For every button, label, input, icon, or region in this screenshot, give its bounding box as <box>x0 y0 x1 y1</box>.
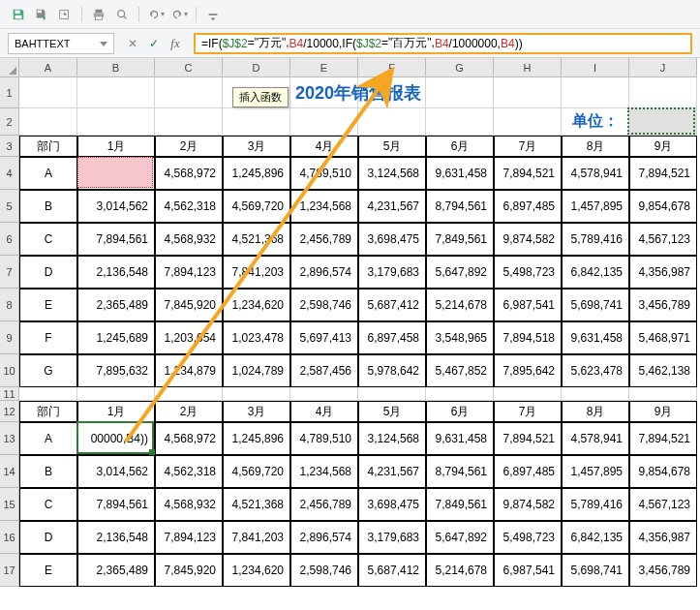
cell-J10[interactable]: 5,462,138 <box>629 354 697 387</box>
cell-E4[interactable]: 4,789,510 <box>290 157 358 190</box>
cell-E11[interactable] <box>290 387 358 401</box>
cell-J17[interactable]: 3,456,789 <box>629 554 697 587</box>
cell-F7[interactable]: 3,179,683 <box>358 256 426 289</box>
cell-G9[interactable]: 3,548,965 <box>426 321 494 354</box>
cell-H8[interactable]: 6,987,541 <box>494 289 562 321</box>
cell-E15[interactable]: 2,456,789 <box>290 488 358 521</box>
cell-D11[interactable] <box>223 387 290 401</box>
fx-icon[interactable]: fx <box>168 37 182 50</box>
save-icon[interactable] <box>10 6 27 23</box>
cell-C11[interactable] <box>155 387 223 401</box>
cell-H6[interactable]: 9,874,582 <box>494 223 562 256</box>
row-header-10[interactable]: 10 <box>0 354 19 387</box>
cell-C10[interactable]: 1,234,879 <box>155 354 223 387</box>
cell-I14[interactable]: 1,457,895 <box>562 455 629 488</box>
cell-F8[interactable]: 5,687,412 <box>358 289 426 321</box>
cell-A15[interactable]: C <box>19 488 77 521</box>
cell-D4[interactable]: 1,245,896 <box>223 157 290 190</box>
row-header-12[interactable]: 12 <box>0 401 19 422</box>
cell-H9[interactable]: 7,894,518 <box>494 321 562 354</box>
cell-G1[interactable] <box>426 77 494 108</box>
cell-F11[interactable] <box>358 387 426 401</box>
toolbar-dropdown-icon[interactable] <box>204 6 222 23</box>
cell-G2[interactable] <box>426 108 494 136</box>
cell-G14[interactable]: 8,794,561 <box>426 455 494 488</box>
cell-G7[interactable]: 5,647,892 <box>426 256 494 289</box>
cell-D12[interactable]: 3月 <box>223 401 290 422</box>
cell-I7[interactable]: 6,842,135 <box>562 256 629 289</box>
cell-A16[interactable]: D <box>19 521 77 554</box>
cell-E6[interactable]: 2,456,789 <box>290 223 358 256</box>
row-header-2[interactable]: 2 <box>0 108 19 136</box>
cell-C8[interactable]: 7,845,920 <box>155 289 223 321</box>
cell-H5[interactable]: 6,897,485 <box>494 190 562 223</box>
cell-F9[interactable]: 6,897,458 <box>358 321 426 354</box>
cell-A8[interactable]: E <box>19 289 77 321</box>
row-header-6[interactable]: 6 <box>0 223 19 256</box>
cell-I13[interactable]: 4,578,941 <box>562 422 629 455</box>
cell-G15[interactable]: 7,849,561 <box>426 488 494 521</box>
cell-B12[interactable]: 1月 <box>77 401 155 422</box>
cell-D16[interactable]: 7,841,203 <box>223 521 290 554</box>
cell-D6[interactable]: 4,521,368 <box>223 223 290 256</box>
cell-A9[interactable]: F <box>19 321 77 354</box>
cell-J14[interactable]: 9,854,678 <box>629 455 697 488</box>
col-header-G[interactable]: G <box>426 58 494 77</box>
cell-H10[interactable]: 7,895,642 <box>494 354 562 387</box>
col-header-A[interactable]: A <box>19 58 77 77</box>
cell-I6[interactable]: 5,789,416 <box>562 223 629 256</box>
cell-F10[interactable]: 5,978,642 <box>358 354 426 387</box>
col-header-E[interactable]: E <box>290 58 358 77</box>
cell-F3[interactable]: 5月 <box>358 136 426 157</box>
cell-F17[interactable]: 5,687,412 <box>358 554 426 587</box>
cell-I17[interactable]: 5,698,741 <box>562 554 629 587</box>
col-header-F[interactable]: F <box>358 58 426 77</box>
print-icon[interactable] <box>90 6 107 23</box>
save-as-icon[interactable] <box>33 6 50 23</box>
cell-B8[interactable]: 2,365,489 <box>77 289 155 321</box>
cell-D5[interactable]: 4,569,720 <box>223 190 290 223</box>
cell-H16[interactable]: 5,498,723 <box>494 521 562 554</box>
cell-I16[interactable]: 6,842,135 <box>562 521 629 554</box>
cell-B9[interactable]: 1,245,689 <box>77 321 155 354</box>
cell-G17[interactable]: 5,214,678 <box>426 554 494 587</box>
col-header-H[interactable]: H <box>494 58 562 77</box>
cell-E7[interactable]: 2,896,574 <box>290 256 358 289</box>
cell-I2[interactable]: 单位： <box>562 108 629 136</box>
cell-B1[interactable] <box>77 77 155 108</box>
cell-E14[interactable]: 1,234,568 <box>290 455 358 488</box>
cell-I11[interactable] <box>562 387 629 401</box>
cell-G11[interactable] <box>426 387 494 401</box>
cell-C12[interactable]: 2月 <box>155 401 223 422</box>
cell-E5[interactable]: 1,234,568 <box>290 190 358 223</box>
cell-J2[interactable] <box>629 108 697 136</box>
cell-C9[interactable]: 1,203,654 <box>155 321 223 354</box>
cell-F5[interactable]: 4,231,567 <box>358 190 426 223</box>
cell-D7[interactable]: 7,841,203 <box>223 256 290 289</box>
cell-I9[interactable]: 9,631,458 <box>562 321 629 354</box>
cell-D2[interactable] <box>223 108 290 136</box>
col-header-D[interactable]: D <box>223 58 290 77</box>
cell-D3[interactable]: 3月 <box>223 136 290 157</box>
row-header-13[interactable]: 13 <box>0 422 19 455</box>
row-header-17[interactable]: 17 <box>0 554 19 587</box>
cell-E9[interactable]: 5,697,413 <box>290 321 358 354</box>
export-icon[interactable] <box>56 6 74 23</box>
cell-B7[interactable]: 2,136,548 <box>77 256 155 289</box>
cell-I15[interactable]: 5,789,416 <box>562 488 629 521</box>
cell-G13[interactable]: 9,631,458 <box>426 422 494 455</box>
cell-G6[interactable]: 7,849,561 <box>426 223 494 256</box>
cell-C15[interactable]: 4,568,932 <box>155 488 223 521</box>
cell-B11[interactable] <box>77 387 155 401</box>
cell-B4[interactable]: 4,231,569 <box>77 157 155 190</box>
cell-F2[interactable] <box>358 108 426 136</box>
cell-A5[interactable]: B <box>19 190 77 223</box>
cell-H4[interactable]: 7,894,521 <box>494 157 562 190</box>
cell-C14[interactable]: 4,562,318 <box>155 455 223 488</box>
cell-F12[interactable]: 5月 <box>358 401 426 422</box>
cell-J15[interactable]: 4,567,123 <box>629 488 697 521</box>
cell-I5[interactable]: 1,457,895 <box>562 190 629 223</box>
cell-F16[interactable]: 3,179,683 <box>358 521 426 554</box>
cell-G12[interactable]: 6月 <box>426 401 494 422</box>
name-box[interactable]: BAHTTEXT <box>8 33 114 54</box>
